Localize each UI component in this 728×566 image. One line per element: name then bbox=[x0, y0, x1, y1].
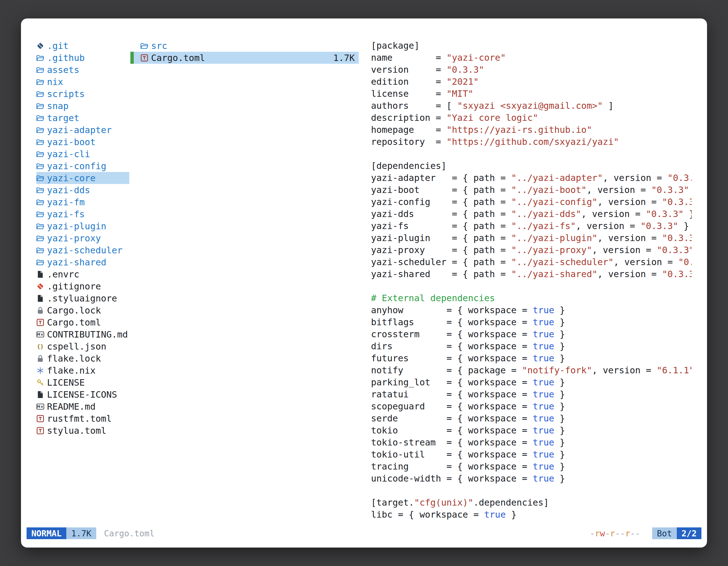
yazi-file-manager-window: .git.githubassetsnixscriptssnaptargetyaz… bbox=[21, 18, 707, 548]
file-name-label: yazi-adapter bbox=[47, 125, 112, 135]
file-row-cspell-json[interactable]: {}cspell.json bbox=[36, 340, 129, 352]
file-row-gitignore[interactable]: .gitignore bbox=[36, 280, 129, 292]
file-name-label: flake.lock bbox=[47, 353, 101, 364]
file-row-envrc[interactable]: .envrc bbox=[36, 268, 129, 280]
folder-icon bbox=[140, 42, 151, 50]
file-row-github[interactable]: .github bbox=[36, 52, 129, 64]
preview-line: ratatui = { workspace = true } bbox=[371, 388, 692, 400]
file-name-label: yazi-core bbox=[47, 173, 95, 184]
file-name-label: stylua.toml bbox=[47, 425, 106, 436]
file-icon bbox=[36, 294, 47, 302]
toml-icon bbox=[36, 318, 47, 326]
file-name-label: yazi-cli bbox=[47, 149, 90, 159]
desktop-background: { "colors": { "desktop_bg": "#3c3c3e", "… bbox=[0, 0, 728, 566]
file-name-label: .git bbox=[47, 41, 69, 51]
preview-line: unicode-width = { workspace = true } bbox=[371, 473, 692, 485]
file-row-cargo-lock[interactable]: Cargo.lock bbox=[36, 304, 129, 316]
file-row-yazi-fm[interactable]: yazi-fm bbox=[36, 196, 129, 208]
preview-line: bitflags = { workspace = true } bbox=[371, 316, 692, 328]
file-row-yazi-boot[interactable]: yazi-boot bbox=[36, 136, 129, 148]
file-name-label: yazi-plugin bbox=[47, 221, 106, 232]
file-row-nix[interactable]: nix bbox=[36, 76, 129, 88]
lock-icon bbox=[36, 306, 47, 314]
file-name-label: yazi-proxy bbox=[47, 233, 101, 244]
braces-icon: {} bbox=[36, 342, 47, 350]
svg-text:{}: {} bbox=[37, 343, 44, 350]
preview-line: tokio = { workspace = true } bbox=[371, 424, 692, 436]
file-permissions: -rw-r--r-- bbox=[590, 529, 640, 538]
folder-icon bbox=[36, 162, 47, 170]
preview-line: tokio-stream = { workspace = true } bbox=[371, 436, 692, 448]
file-row-yazi-config[interactable]: yazi-config bbox=[36, 160, 129, 172]
folder-icon bbox=[36, 66, 47, 74]
folder-icon bbox=[36, 102, 47, 110]
toml-icon bbox=[36, 415, 47, 422]
preview-line: [target."cfg(unix)".dependencies] bbox=[371, 497, 692, 509]
file-row-yazi-proxy[interactable]: yazi-proxy bbox=[36, 232, 129, 244]
preview-line: repository = "https://github.com/sxyazi/… bbox=[371, 136, 692, 148]
current-directory-pane: srcCargo.toml1.7K bbox=[130, 40, 359, 522]
file-row-scripts[interactable]: scripts bbox=[36, 88, 129, 100]
file-row-flake-nix[interactable]: flake.nix bbox=[36, 364, 129, 376]
preview-line: parking_lot = { workspace = true } bbox=[371, 376, 692, 388]
file-name-label: CONTRIBUTING.md bbox=[47, 329, 128, 340]
file-row-git[interactable]: .git bbox=[36, 40, 129, 52]
file-row-contributing-md[interactable]: CONTRIBUTING.md bbox=[36, 328, 129, 340]
file-row-yazi-core[interactable]: yazi-core bbox=[36, 172, 129, 184]
file-row-target[interactable]: target bbox=[36, 112, 129, 124]
git-icon bbox=[36, 283, 47, 290]
preview-line: yazi-fs = { path = "../yazi-fs", version… bbox=[371, 220, 692, 232]
snowflake-icon bbox=[36, 366, 47, 374]
file-name-label: target bbox=[47, 113, 79, 123]
preview-line: yazi-adapter = { path = "../yazi-adapter… bbox=[371, 172, 692, 184]
file-row-yazi-scheduler[interactable]: yazi-scheduler bbox=[36, 244, 129, 256]
preview-line: license = "MIT" bbox=[371, 88, 692, 100]
file-row-yazi-dds[interactable]: yazi-dds bbox=[36, 184, 129, 196]
file-name-label: yazi-fm bbox=[47, 197, 85, 208]
file-row-yazi-shared[interactable]: yazi-shared bbox=[36, 256, 129, 268]
file-row-license-icons[interactable]: LICENSE-ICONS bbox=[36, 388, 129, 400]
folder-icon bbox=[36, 90, 47, 98]
folder-icon bbox=[36, 247, 47, 254]
file-row-snap[interactable]: snap bbox=[36, 100, 129, 112]
file-name-label: .envrc bbox=[47, 269, 79, 280]
file-row-license[interactable]: LICENSE bbox=[36, 376, 129, 388]
file-size-badge: 1.7K bbox=[66, 527, 96, 539]
markdown-icon bbox=[36, 403, 47, 410]
preview-line: description = "Yazi core logic" bbox=[371, 112, 692, 124]
file-name-label: yazi-dds bbox=[47, 185, 90, 196]
file-name-label: snap bbox=[47, 101, 69, 111]
file-name-label: rustfmt.toml bbox=[47, 413, 112, 424]
preview-line: scopeguard = { workspace = true } bbox=[371, 400, 692, 412]
file-row-stylua-toml[interactable]: stylua.toml bbox=[36, 424, 129, 436]
file-row-assets[interactable]: assets bbox=[36, 64, 129, 76]
folder-icon bbox=[36, 234, 47, 242]
folder-icon bbox=[36, 114, 47, 122]
file-count-badge: 2/2 bbox=[677, 527, 701, 539]
file-row-cargo-toml[interactable]: Cargo.toml bbox=[36, 316, 129, 328]
file-name-label: flake.nix bbox=[47, 365, 95, 376]
file-row-readme-md[interactable]: README.md bbox=[36, 400, 129, 412]
file-row-yazi-cli[interactable]: yazi-cli bbox=[36, 148, 129, 160]
file-row-src[interactable]: src bbox=[130, 40, 359, 52]
toml-icon bbox=[36, 427, 47, 434]
preview-line: crossterm = { workspace = true } bbox=[371, 328, 692, 340]
preview-line: yazi-shared = { path = "../yazi-shared",… bbox=[371, 268, 692, 280]
preview-line: yazi-scheduler = { path = "../yazi-sched… bbox=[371, 256, 692, 268]
file-row-yazi-adapter[interactable]: yazi-adapter bbox=[36, 124, 129, 136]
file-row-yazi-plugin[interactable]: yazi-plugin bbox=[36, 220, 129, 232]
preview-line: libc = { workspace = true } bbox=[371, 509, 692, 521]
folder-icon bbox=[36, 210, 47, 218]
file-row-rustfmt-toml[interactable]: rustfmt.toml bbox=[36, 412, 129, 424]
file-row-yazi-fs[interactable]: yazi-fs bbox=[36, 208, 129, 220]
preview-line: [dependencies] bbox=[371, 160, 692, 172]
panes-container: .git.githubassetsnixscriptssnaptargetyaz… bbox=[21, 18, 707, 522]
file-row-cargo-toml[interactable]: Cargo.toml1.7K bbox=[130, 52, 359, 64]
folder-icon bbox=[36, 222, 47, 230]
file-row-styluaignore[interactable]: .styluaignore bbox=[36, 292, 129, 304]
file-name-label: assets bbox=[47, 65, 79, 75]
file-name-label: cspell.json bbox=[47, 341, 106, 352]
preview-line: yazi-dds = { path = "../yazi-dds", versi… bbox=[371, 208, 692, 220]
file-row-flake-lock[interactable]: flake.lock bbox=[36, 352, 129, 364]
preview-line: anyhow = { workspace = true } bbox=[371, 304, 692, 316]
